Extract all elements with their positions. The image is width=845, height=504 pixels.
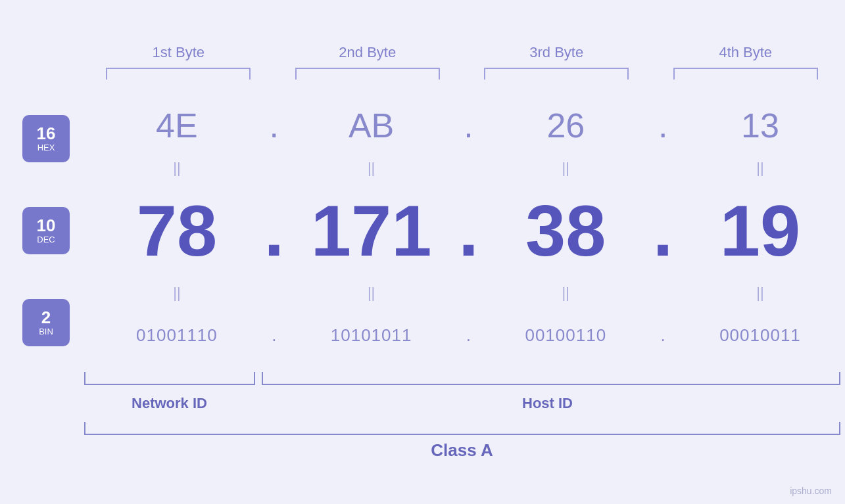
bin-dot3: .: [650, 325, 676, 346]
eq5: ||: [105, 285, 249, 302]
dec-dot3-sym: .: [653, 205, 673, 256]
bin-badge-num: 2: [41, 308, 51, 327]
watermark: ipshu.com: [790, 486, 832, 496]
hex-dot2: .: [455, 106, 481, 145]
dec-badge: 10 DEC: [22, 207, 70, 254]
bin-b1-value: 01001110: [136, 325, 218, 346]
equals-row-hex-dec: || || || ||: [92, 158, 845, 178]
hex-b4-cell: 13: [688, 106, 833, 145]
byte-headers: 1st Byte 2nd Byte 3rd Byte 4th Byte: [84, 44, 840, 61]
data-rows-column: 4E . AB . 26 . 13: [92, 93, 845, 369]
bin-b4-value: 00010011: [719, 325, 801, 346]
hex-dot3: .: [650, 106, 676, 145]
dec-badge-label: DEC: [37, 235, 55, 244]
byte2-header: 2nd Byte: [295, 44, 440, 61]
hex-badge: 16 HEX: [22, 115, 70, 162]
hex-badge-label: HEX: [37, 143, 55, 152]
eq6: ||: [299, 285, 444, 302]
dec-b3-cell: 38: [493, 189, 638, 272]
equals-row-dec-bin: || || || ||: [92, 283, 845, 303]
hex-b4-value: 13: [741, 106, 779, 145]
hex-b3-value: 26: [546, 106, 585, 145]
bin-row: 01001110 . 10101011 . 00100110 .: [92, 303, 845, 369]
bin-badge-label: BIN: [39, 327, 53, 336]
bin-dot1-sym: .: [272, 325, 276, 346]
hex-b3-cell: 26: [493, 106, 638, 145]
dec-dot3: .: [650, 205, 676, 256]
hex-row: 4E . AB . 26 . 13: [92, 93, 845, 158]
host-bracket: [262, 372, 840, 385]
id-labels-row: Network ID Host ID: [84, 392, 840, 412]
dec-badge-num: 10: [37, 216, 56, 235]
dec-b4-cell: 19: [688, 189, 833, 272]
dec-b3-value: 38: [525, 189, 606, 272]
badges-column: 16 HEX 10 DEC 2 BIN: [0, 93, 92, 369]
byte1-header: 1st Byte: [106, 44, 251, 61]
byte4-header: 4th Byte: [673, 44, 818, 61]
eq8: ||: [688, 285, 833, 302]
network-bracket: [84, 372, 255, 385]
hex-badge-num: 16: [37, 124, 56, 143]
dec-dot1: .: [261, 205, 287, 256]
dec-b1-cell: 78: [105, 189, 249, 272]
class-section: Class A: [84, 422, 840, 461]
bin-b3-value: 00100110: [525, 325, 606, 346]
bin-b4-cell: 00010011: [688, 325, 833, 346]
host-id-label: Host ID: [255, 392, 840, 412]
dec-dot2-sym: .: [458, 205, 479, 256]
bin-badge: 2 BIN: [22, 299, 70, 346]
dec-b4-value: 19: [720, 189, 800, 272]
bin-b2-cell: 10101011: [299, 325, 444, 346]
class-bracket: [84, 422, 840, 435]
hex-b2-cell: AB: [299, 106, 444, 145]
hex-b1-cell: 4E: [105, 106, 249, 145]
hex-dot1-sym: .: [270, 106, 279, 145]
dec-b2-cell: 171: [299, 189, 444, 272]
hex-dot3-sym: .: [658, 106, 667, 145]
eq7: ||: [493, 285, 638, 302]
hex-b2-value: AB: [349, 106, 394, 145]
main-container: 1st Byte 2nd Byte 3rd Byte 4th Byte 16 H…: [0, 0, 845, 504]
bracket-top-2: [295, 68, 440, 80]
bin-b1-cell: 01001110: [105, 325, 249, 346]
bin-b3-cell: 00100110: [493, 325, 638, 346]
bottom-brackets-row: [84, 372, 840, 392]
dec-row: 78 . 171 . 38 . 19: [92, 178, 845, 283]
eq3: ||: [493, 160, 638, 177]
dec-dot2: .: [455, 205, 481, 256]
dec-dot1-sym: .: [264, 205, 284, 256]
bottom-section: Network ID Host ID: [84, 372, 840, 412]
bracket-top-1: [106, 68, 251, 80]
class-label: Class A: [84, 435, 840, 461]
eq2: ||: [299, 160, 444, 177]
network-id-label: Network ID: [84, 392, 255, 412]
byte3-header: 3rd Byte: [484, 44, 629, 61]
eq4: ||: [688, 160, 833, 177]
bin-b2-value: 10101011: [331, 325, 412, 346]
top-brackets: [84, 68, 840, 80]
bin-dot2-sym: .: [466, 325, 471, 346]
hex-dot2-sym: .: [464, 106, 473, 145]
main-content-area: 16 HEX 10 DEC 2 BIN 4E .: [0, 93, 845, 369]
dec-b2-value: 171: [311, 189, 432, 272]
bin-dot1: .: [261, 325, 287, 346]
hex-dot1: .: [261, 106, 287, 145]
bin-dot2: .: [455, 325, 481, 346]
hex-b1-value: 4E: [156, 106, 198, 145]
eq1: ||: [105, 160, 249, 177]
bracket-top-4: [673, 68, 818, 80]
bracket-top-3: [484, 68, 629, 80]
bin-dot3-sym: .: [661, 325, 665, 346]
dec-b1-value: 78: [137, 189, 217, 272]
